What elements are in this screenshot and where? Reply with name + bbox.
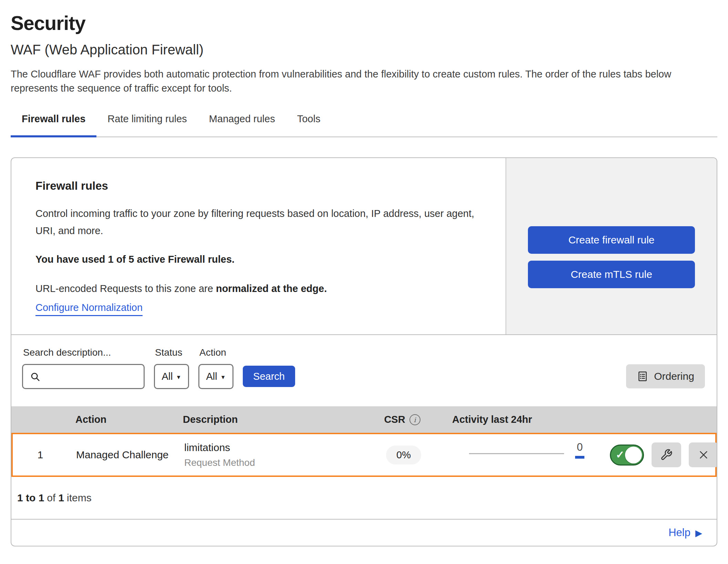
filter-bar: Search description... Status All ▼ [11,335,717,406]
summary-range: 1 to 1 [17,492,44,504]
configure-normalization-link[interactable]: Configure Normalization [35,302,143,316]
table-header: Action Description CSR i Activity last 2… [11,406,717,433]
edit-rule-button[interactable] [652,442,681,467]
chevron-down-icon: ▼ [176,373,181,380]
rule-enabled-toggle[interactable]: ✓ [610,445,644,466]
info-icon[interactable]: i [409,414,420,425]
activity-count: 0 [577,442,583,452]
waf-tab-bar: Firewall rules Rate limiting rules Manag… [11,113,717,137]
help-label: Help [668,526,690,539]
search-input-box[interactable] [22,364,145,389]
rule-expression: Request Method [181,457,354,468]
chevron-down-icon: ▼ [220,373,226,380]
card-footer: Help ▶ [11,519,717,546]
sparkline-flat-line [469,453,564,454]
tab-rate-limiting-rules[interactable]: Rate limiting rules [96,113,198,136]
status-select[interactable]: All ▼ [154,364,189,389]
header-description: Description [180,414,352,425]
csr-badge: 0% [386,446,421,464]
rule-csr-cell: 0% [354,446,454,464]
toggle-knob [625,447,642,463]
status-select-value: All [162,371,173,382]
action-select-value: All [206,371,217,382]
card-actions-panel: Create firewall rule Create mTLS rule [506,158,717,334]
activity-count-underline [575,456,584,459]
close-icon [698,449,709,460]
wrench-icon [660,449,673,461]
search-label: Search description... [23,347,145,358]
check-icon: ✓ [616,449,624,461]
usage-counter: You have used 1 of 5 active Firewall rul… [35,254,481,265]
search-button[interactable]: Search [243,366,295,387]
rule-description-cell: limitations Request Method [181,442,354,468]
card-top-section: Firewall rules Control incoming traffic … [11,158,717,335]
normalization-text: URL-encoded Requests to this zone are [35,283,216,294]
card-heading: Firewall rules [35,179,481,192]
firewall-rules-card: Firewall rules Control incoming traffic … [11,157,717,546]
arrow-right-icon: ▶ [695,527,702,539]
tab-managed-rules[interactable]: Managed rules [198,113,286,136]
rule-action: Managed Challenge [68,449,181,461]
page-subtitle: WAF (Web Application Firewall) [11,42,717,58]
help-link[interactable]: Help ▶ [668,526,702,539]
status-label: Status [155,347,189,358]
delete-rule-button[interactable] [689,442,717,467]
rule-description: limitations [181,442,354,453]
status-filter-group: Status All ▼ [154,347,189,389]
create-mtls-rule-button[interactable]: Create mTLS rule [528,261,695,288]
rule-controls: ✓ [605,442,717,467]
rule-priority: 1 [13,449,68,461]
security-waf-page: Security WAF (Web Application Firewall) … [0,0,728,546]
card-description: Control incoming traffic to your zone by… [35,205,481,239]
create-firewall-rule-button[interactable]: Create firewall rule [528,226,695,254]
action-select[interactable]: All ▼ [198,364,233,389]
page-title: Security [11,12,717,34]
page-description: The Cloudflare WAF provides both automat… [11,67,717,95]
activity-sparkline: 0 [454,442,605,468]
summary-of: of [47,492,55,504]
header-csr: CSR i [352,414,452,425]
header-csr-label: CSR [384,414,405,425]
ordering-button[interactable]: Ordering [626,364,705,388]
summary-total: 1 [58,492,64,504]
search-input[interactable] [44,371,141,382]
table-row[interactable]: 1 Managed Challenge limitations Request … [11,433,717,477]
ordering-button-label: Ordering [654,370,694,382]
ordering-list-icon [637,370,648,382]
search-icon [30,372,40,382]
activity-count-link[interactable]: 0 [575,442,584,459]
pagination-summary: 1 to 1 of 1 items [11,477,717,519]
normalization-bold: normalized at the edge. [216,283,327,294]
summary-items: items [67,492,92,504]
action-filter-group: Action All ▼ [198,347,233,389]
normalization-note: URL-encoded Requests to this zone are no… [35,283,481,294]
tab-tools[interactable]: Tools [286,113,332,136]
header-action: Action [66,414,180,425]
tab-firewall-rules[interactable]: Firewall rules [11,113,96,136]
header-activity: Activity last 24hr [452,414,604,425]
action-label: Action [199,347,233,358]
card-info: Firewall rules Control incoming traffic … [11,158,506,334]
search-group: Search description... [22,347,145,389]
